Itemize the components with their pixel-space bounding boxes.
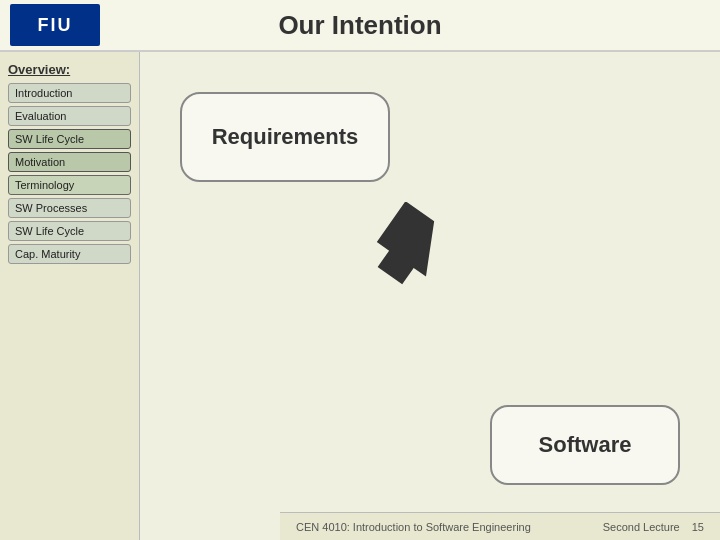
footer-course: CEN 4010: Introduction to Software Engin… bbox=[296, 521, 531, 533]
sidebar-item-sw-life-cycle-1[interactable]: SW Life Cycle bbox=[8, 129, 131, 149]
sidebar-item-introduction[interactable]: Introduction bbox=[8, 83, 131, 103]
header: FIU Our Intention bbox=[0, 0, 720, 52]
sidebar-item-sw-life-cycle-2[interactable]: SW Life Cycle bbox=[8, 221, 131, 241]
sidebar-item-evaluation[interactable]: Evaluation bbox=[8, 106, 131, 126]
sidebar-item-sw-processes[interactable]: SW Processes bbox=[8, 198, 131, 218]
main-layout: Overview: Introduction Evaluation SW Lif… bbox=[0, 52, 720, 540]
content-area: Requirements Software CEN 4010: Introduc… bbox=[140, 52, 720, 540]
logo-text: FIU bbox=[38, 15, 73, 36]
requirements-box: Requirements bbox=[180, 92, 390, 182]
software-label: Software bbox=[539, 432, 632, 458]
requirements-label: Requirements bbox=[212, 124, 359, 150]
footer-right: Second Lecture 15 bbox=[603, 521, 704, 533]
page-title: Our Intention bbox=[278, 10, 441, 41]
footer-lecture: Second Lecture bbox=[603, 521, 680, 533]
arrow-icon bbox=[370, 202, 450, 292]
logo-area: FIU bbox=[10, 4, 100, 46]
svg-marker-0 bbox=[370, 202, 450, 292]
arrow-container bbox=[370, 202, 450, 292]
footer: CEN 4010: Introduction to Software Engin… bbox=[280, 512, 720, 540]
sidebar-overview-label: Overview: bbox=[8, 62, 131, 77]
sidebar: Overview: Introduction Evaluation SW Lif… bbox=[0, 52, 140, 540]
footer-page: 15 bbox=[692, 521, 704, 533]
software-box: Software bbox=[490, 405, 680, 485]
sidebar-item-cap-maturity[interactable]: Cap. Maturity bbox=[8, 244, 131, 264]
sidebar-item-terminology[interactable]: Terminology bbox=[8, 175, 131, 195]
logo-box: FIU bbox=[10, 4, 100, 46]
sidebar-item-motivation[interactable]: Motivation bbox=[8, 152, 131, 172]
